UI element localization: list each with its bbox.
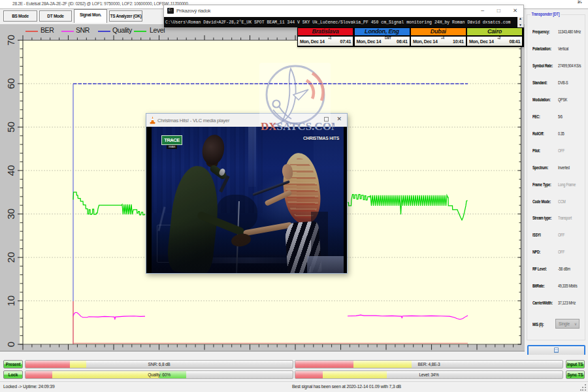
svg-text:60: 60 <box>5 78 16 90</box>
svg-text:20: 20 <box>5 252 16 263</box>
svg-text:10: 10 <box>5 295 16 306</box>
svg-text:40: 40 <box>5 165 16 176</box>
svg-text:30: 30 <box>5 208 16 220</box>
svg-text:DXSATCS.COM: DXSATCS.COM <box>261 120 335 133</box>
svg-text:50: 50 <box>5 122 16 133</box>
svg-text:70: 70 <box>5 35 16 46</box>
svg-text:0: 0 <box>5 342 16 347</box>
